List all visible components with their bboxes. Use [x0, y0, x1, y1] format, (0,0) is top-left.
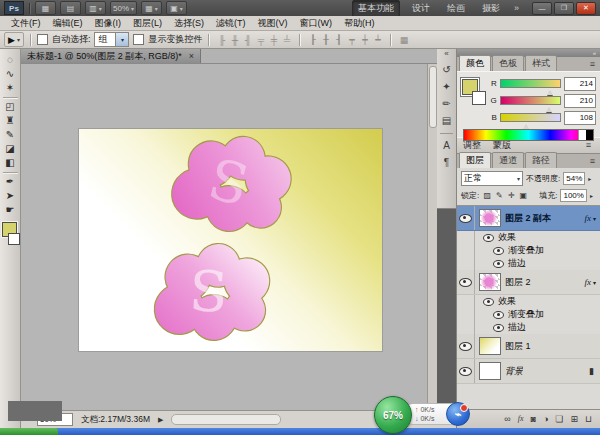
collapse-panels-icon[interactable]: «	[593, 50, 596, 56]
slider-handle[interactable]	[547, 87, 553, 95]
restore-button[interactable]: ❐	[554, 2, 574, 15]
brush-presets-panel-icon[interactable]: ✏	[442, 99, 450, 109]
show-transform-controls-checkbox[interactable]	[133, 34, 144, 45]
menu-item-3[interactable]: 图像(I)	[89, 16, 128, 31]
visibility-eye-icon[interactable]	[493, 247, 504, 255]
layer-row[interactable]: 图层 2fx▾	[457, 270, 600, 295]
adjustment-layer-icon[interactable]: ◑	[543, 415, 548, 424]
floating-speed-widget[interactable]: ↑ 0K/s ↓ 0K/s ⌁ 67%	[374, 396, 474, 434]
opacity-spinner-icon[interactable]: ▸	[588, 175, 591, 182]
visibility-eye-icon[interactable]	[459, 342, 472, 351]
channel-value-field[interactable]: 210	[564, 94, 596, 108]
arrange-documents-icon[interactable]: ▦▾	[141, 1, 162, 15]
vertical-scrollbar[interactable]	[427, 64, 437, 410]
slider-handle[interactable]	[523, 121, 529, 129]
distribute-icon-3[interactable]: ┨	[332, 35, 345, 45]
start-button[interactable]	[0, 428, 58, 435]
align-icon-1[interactable]: ╟	[215, 35, 228, 45]
close-icon[interactable]: ×	[189, 51, 194, 61]
layers-tab-通道[interactable]: 通道	[492, 152, 524, 168]
channel-value-field[interactable]: 108	[564, 111, 596, 125]
history-panel-icon[interactable]: ↺	[442, 65, 450, 75]
align-icon-2[interactable]: ╫	[228, 35, 241, 45]
menu-item-8[interactable]: 窗口(W)	[294, 16, 339, 31]
layer-row[interactable]: 图层 2 副本fx▾	[457, 206, 600, 231]
minimize-button[interactable]: —	[532, 2, 552, 15]
visibility-eye-icon[interactable]	[493, 260, 504, 268]
layer-thumbnail[interactable]	[479, 273, 501, 291]
workspace-4[interactable]: 摄影	[477, 1, 505, 16]
channel-slider[interactable]	[500, 113, 561, 122]
memory-usage-ball[interactable]: 67%	[374, 396, 412, 434]
layer-thumbnail[interactable]	[479, 362, 501, 380]
distribute-icon-2[interactable]: ╂	[319, 35, 332, 45]
gradient-tool[interactable]: ◧	[2, 157, 19, 169]
fill-value[interactable]: 100%	[560, 189, 586, 202]
color-spectrum-ramp[interactable]	[463, 129, 594, 141]
character-panel-icon[interactable]: A	[443, 141, 450, 151]
align-icon-5[interactable]: ╪	[267, 35, 280, 45]
lock-transparent-pixels-icon[interactable]: ▨	[482, 191, 492, 200]
menu-item-5[interactable]: 选择(S)	[168, 16, 210, 31]
brush-tool[interactable]: ✎	[2, 129, 19, 141]
move-tool-preset[interactable]: ▶ ▾	[4, 32, 24, 47]
workspace-1[interactable]: 基本功能	[352, 0, 400, 17]
align-icon-3[interactable]: ╢	[241, 35, 254, 45]
close-button[interactable]: ✕	[576, 2, 596, 15]
path-selection-tool[interactable]: ➤	[2, 190, 19, 202]
scrollbar-thumb[interactable]	[429, 66, 437, 128]
clone-stamp-tool[interactable]: ♜	[2, 115, 19, 127]
auto-select-dropdown[interactable]: 组 ▾	[94, 32, 129, 47]
layer-group-icon[interactable]: ❏	[555, 415, 563, 424]
layer-row[interactable]: 背景▮	[457, 359, 600, 384]
align-icon-6[interactable]: ╧	[280, 35, 293, 45]
lock-all-icon[interactable]: ▣	[518, 191, 528, 200]
fill-spinner-icon[interactable]: ▸	[590, 192, 593, 199]
elliptical-marquee-tool[interactable]: ◌	[2, 54, 19, 66]
workspace-2[interactable]: 设计	[407, 1, 435, 16]
layer-row[interactable]: 图层 1	[457, 334, 600, 359]
crop-tool[interactable]: ◰	[2, 101, 19, 113]
styles-panel-icon[interactable]: ✦	[442, 82, 450, 92]
menu-item-6[interactable]: 滤镜(T)	[210, 16, 252, 31]
zoom-level-dropdown[interactable]: 50%▾	[110, 1, 137, 15]
distribute-icon-4[interactable]: ┯	[345, 35, 358, 45]
channel-slider[interactable]	[500, 96, 561, 105]
clone-source-panel-icon[interactable]: ▤	[442, 116, 451, 126]
layer-style-badge[interactable]: fx▾	[584, 213, 596, 223]
layer-style-icon[interactable]: fx	[518, 415, 524, 423]
distribute-icon-5[interactable]: ┿	[358, 35, 371, 45]
delete-layer-icon[interactable]: ⊔	[585, 415, 592, 424]
layer-style-badge[interactable]: fx▾	[584, 277, 596, 287]
layers-tab-图层[interactable]: 图层	[459, 152, 491, 168]
white-swatch[interactable]	[578, 130, 586, 140]
add-layer-mask-icon[interactable]: ◙	[530, 415, 535, 424]
menu-item-7[interactable]: 视图(V)	[252, 16, 294, 31]
distribute-icon-6[interactable]: ┷	[371, 35, 384, 45]
paragraph-panel-icon[interactable]: ¶	[444, 158, 449, 168]
collapse-dock-icon[interactable]: «	[444, 50, 448, 58]
workspace-overflow-icon[interactable]: »	[512, 3, 521, 13]
visibility-eye-icon[interactable]	[459, 278, 472, 287]
link-layers-icon[interactable]: ∞	[504, 415, 510, 424]
lasso-tool[interactable]: ∿	[2, 68, 19, 80]
channel-slider[interactable]	[500, 79, 561, 88]
layer-effect-row[interactable]: 效果	[457, 295, 600, 308]
opacity-value[interactable]: 54%	[563, 172, 585, 185]
visibility-eye-icon[interactable]	[493, 311, 504, 319]
layers-tab-路径[interactable]: 路径	[525, 152, 557, 168]
visibility-eye-icon[interactable]	[493, 324, 504, 332]
menu-item-9[interactable]: 帮助(H)	[338, 16, 381, 31]
menu-item-1[interactable]: 文件(F)	[5, 16, 47, 31]
channel-value-field[interactable]: 214	[564, 77, 596, 91]
layer-thumbnail[interactable]	[479, 209, 501, 227]
visibility-eye-icon[interactable]	[483, 234, 494, 242]
layer-effect-row[interactable]: 渐变叠加	[457, 308, 600, 321]
color-tab-颜色[interactable]: 颜色	[459, 55, 491, 71]
black-swatch[interactable]	[586, 130, 593, 140]
menu-item-4[interactable]: 图层(L)	[127, 16, 168, 31]
background-color-swatch[interactable]	[472, 91, 486, 105]
lock-image-pixels-icon[interactable]: ✎	[494, 191, 504, 200]
menu-item-2[interactable]: 编辑(E)	[47, 16, 89, 31]
status-options-arrow-icon[interactable]: ▶	[158, 416, 163, 424]
